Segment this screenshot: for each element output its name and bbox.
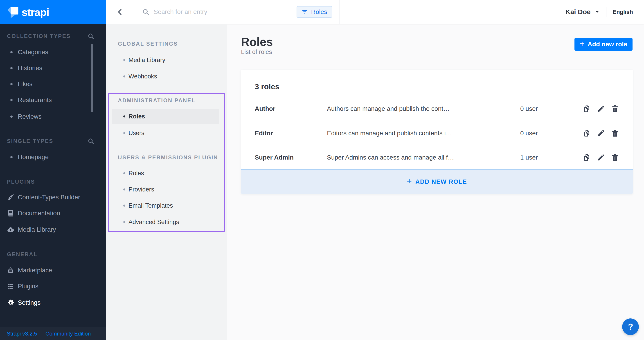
settings-item-users[interactable]: Users bbox=[128, 130, 144, 137]
settings-item-webhooks[interactable]: Webhooks bbox=[128, 73, 157, 80]
sidebar-item-histories[interactable]: Histories bbox=[18, 64, 42, 72]
bullet-icon bbox=[10, 116, 12, 118]
table-row-author[interactable]: Author Authors can manage and publish th… bbox=[241, 97, 633, 121]
cloud-upload-icon bbox=[7, 226, 14, 233]
group-administration-panel: ADMINISTRATION PANEL bbox=[118, 97, 195, 104]
user-area: Kai Doe English bbox=[566, 0, 633, 24]
settings-item-roles-plugin[interactable]: Roles bbox=[128, 170, 144, 177]
bullet-icon bbox=[10, 51, 12, 53]
duplicate-icon[interactable] bbox=[582, 129, 591, 137]
delete-icon[interactable] bbox=[611, 129, 619, 137]
filter-chip-roles[interactable]: Roles bbox=[296, 6, 332, 18]
role-user-count: 1 user bbox=[520, 154, 538, 161]
user-menu[interactable]: Kai Doe bbox=[566, 8, 591, 16]
add-new-role-footer-button[interactable]: + ADD NEW ROLE bbox=[241, 169, 633, 194]
edit-icon[interactable] bbox=[597, 129, 605, 137]
settings-item-roles-admin[interactable]: Roles bbox=[128, 113, 145, 120]
back-button[interactable] bbox=[106, 0, 134, 24]
bullet-icon bbox=[10, 83, 12, 85]
brand-name: strapi bbox=[22, 6, 49, 18]
sidebar-item-content-types-builder[interactable]: Content-Types Builder bbox=[18, 194, 80, 201]
role-description: Super Admins can access and manage all f… bbox=[327, 154, 454, 161]
filter-chip-label: Roles bbox=[311, 8, 327, 15]
book-icon bbox=[7, 209, 14, 217]
search-icon[interactable] bbox=[87, 138, 94, 145]
group-global-settings: GLOBAL SETTINGS bbox=[118, 41, 178, 47]
sidebar-item-media-library[interactable]: Media Library bbox=[18, 226, 56, 233]
settings-item-advanced-settings[interactable]: Advanced Settings bbox=[128, 219, 179, 226]
add-new-role-label: Add new role bbox=[588, 41, 627, 48]
role-description: Authors can manage and publish the cont… bbox=[327, 105, 450, 112]
sidebar-scrollbar[interactable] bbox=[91, 44, 93, 112]
table-row-super-admin[interactable]: Super Admin Super Admins can access and … bbox=[241, 145, 633, 170]
settings-item-email-templates[interactable]: Email Templates bbox=[128, 202, 173, 209]
plus-icon: + bbox=[407, 177, 412, 185]
row-actions bbox=[582, 129, 619, 137]
strapi-logo-icon bbox=[7, 6, 19, 18]
active-item-background bbox=[112, 109, 219, 124]
sidebar-item-restaurants[interactable]: Restaurants bbox=[18, 96, 52, 104]
caret-down-icon[interactable] bbox=[595, 9, 600, 14]
header-divider bbox=[606, 7, 606, 17]
strapi-admin-app: strapi COLLECTION TYPES Categories Histo… bbox=[0, 0, 644, 340]
bullet-icon bbox=[123, 116, 125, 118]
edit-icon[interactable] bbox=[597, 153, 605, 162]
sidebar-item-documentation[interactable]: Documentation bbox=[18, 210, 60, 217]
page-subtitle: List of roles bbox=[241, 48, 272, 55]
duplicate-icon[interactable] bbox=[582, 105, 591, 113]
plus-icon: + bbox=[580, 40, 584, 48]
edit-icon[interactable] bbox=[597, 105, 605, 113]
sidebar-item-likes[interactable]: Likes bbox=[18, 80, 32, 88]
bullet-icon bbox=[123, 172, 125, 174]
role-user-count: 0 user bbox=[520, 130, 538, 137]
sidebar-footer: Strapi v3.2.5 — Community Edition bbox=[0, 327, 106, 340]
settings-sidebar: GLOBAL SETTINGS Media Library Webhooks A… bbox=[106, 24, 227, 340]
search-icon bbox=[142, 8, 150, 16]
settings-item-providers[interactable]: Providers bbox=[128, 186, 154, 193]
add-new-role-footer-label: ADD NEW ROLE bbox=[416, 178, 467, 185]
delete-icon[interactable] bbox=[611, 153, 619, 162]
basket-icon bbox=[7, 267, 14, 274]
role-description: Editors can manage and publish contents … bbox=[327, 130, 452, 137]
table-row-editor[interactable]: Editor Editors can manage and publish co… bbox=[241, 121, 633, 145]
sidebar-item-homepage[interactable]: Homepage bbox=[18, 154, 48, 161]
settings-item-media-library[interactable]: Media Library bbox=[128, 57, 166, 64]
roles-count: 3 roles bbox=[255, 82, 280, 91]
sidebar-item-marketplace[interactable]: Marketplace bbox=[18, 267, 52, 274]
bullet-icon bbox=[123, 132, 125, 134]
row-actions bbox=[582, 105, 619, 113]
language-selector[interactable]: English bbox=[613, 9, 633, 15]
search-bar: Roles bbox=[135, 0, 340, 24]
role-name: Author bbox=[255, 105, 276, 112]
top-header: Roles Kai Doe English bbox=[106, 0, 644, 24]
delete-icon[interactable] bbox=[611, 105, 619, 113]
filter-icon bbox=[302, 9, 308, 15]
row-actions bbox=[582, 153, 619, 162]
sidebar-item-settings[interactable]: Settings bbox=[18, 299, 40, 306]
add-new-role-button[interactable]: + Add new role bbox=[574, 38, 632, 51]
sidebar-item-plugins[interactable]: Plugins bbox=[18, 283, 38, 290]
gear-icon bbox=[7, 299, 14, 307]
paint-brush-icon bbox=[7, 193, 14, 201]
page-title: Roles bbox=[241, 35, 273, 48]
section-collection-types: COLLECTION TYPES bbox=[7, 33, 71, 39]
duplicate-icon[interactable] bbox=[582, 153, 591, 162]
sidebar-item-categories[interactable]: Categories bbox=[18, 48, 48, 56]
main-sidebar: strapi COLLECTION TYPES Categories Histo… bbox=[0, 0, 106, 340]
section-general: GENERAL bbox=[7, 251, 38, 258]
question-mark-icon: ? bbox=[628, 322, 633, 332]
search-input[interactable] bbox=[154, 8, 296, 15]
bullet-icon bbox=[123, 59, 125, 61]
search-icon[interactable] bbox=[87, 33, 94, 40]
bullet-icon bbox=[123, 221, 125, 223]
role-name: Super Admin bbox=[255, 154, 294, 161]
bullet-icon bbox=[123, 205, 125, 207]
strapi-logo[interactable]: strapi bbox=[0, 0, 106, 24]
group-users-permissions-plugin: USERS & PERMISSIONS PLUGIN bbox=[118, 154, 218, 161]
role-user-count: 0 user bbox=[520, 105, 538, 112]
roles-card: 3 roles Author Authors can manage and pu… bbox=[241, 70, 633, 194]
role-name: Editor bbox=[255, 130, 273, 137]
sidebar-item-reviews[interactable]: Reviews bbox=[18, 113, 42, 120]
help-button[interactable]: ? bbox=[622, 319, 639, 335]
version-link[interactable]: Strapi v3.2.5 — Community Edition bbox=[7, 331, 91, 337]
